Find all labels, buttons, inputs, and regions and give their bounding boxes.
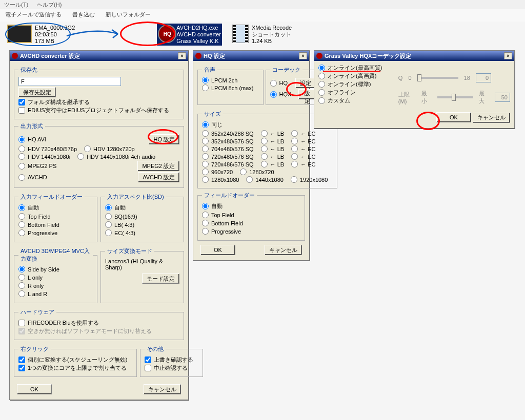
radio-size-3-lb[interactable]: ← LB [261, 145, 285, 152]
file-app[interactable]: HQ AVCHD2HQ.exe AVCHD converter Grass Va… [157, 24, 222, 46]
radio-fo2-bottom[interactable]: Bottom Field [202, 220, 251, 226]
radio-fo2-top[interactable]: Top Field [202, 212, 251, 218]
resize-label: Lanczos3 (Hi-Quality & Sharp) [105, 258, 179, 270]
q-slider[interactable] [417, 77, 458, 79]
dlg1-titlebar[interactable]: AVCHD converter 設定 × [10, 51, 188, 61]
hq-settings-button[interactable]: HQ 設定 [149, 134, 179, 144]
radio-fo2-auto[interactable]: 自動 [202, 202, 251, 210]
radio-hdv-sd[interactable]: HDV 720x480/576p [18, 145, 77, 152]
file-shortcut[interactable]: XMedia Recode ショートカット 1.24 KB [231, 24, 293, 46]
radio-fo-prog[interactable]: Progressive [18, 229, 56, 236]
radio-hdv-1080-4ch[interactable]: HDV 1440x1080i 4ch audio [77, 153, 155, 160]
radio-size-2-lb[interactable]: ← LB [261, 138, 285, 144]
radio-mode-best[interactable]: オンライン(最高画質) [318, 64, 382, 72]
inherit-folder-check[interactable]: フォルダ構成を継承する [18, 98, 90, 106]
radio-size-8[interactable]: 1280x1080 [202, 176, 239, 183]
limit-max: 最大 [479, 90, 489, 105]
mpeg2-settings-button[interactable]: MPEG2 設定 [137, 161, 179, 171]
dlg3-ok-button[interactable]: OK [436, 112, 471, 122]
limit-slider[interactable] [437, 96, 474, 98]
dlg1-ok-button[interactable]: OK [17, 384, 52, 394]
dlg3-titlebar[interactable]: Grass Valley HQXコーデック設定 × [314, 51, 514, 61]
q-value-field [476, 73, 491, 82]
q-label: Q [398, 75, 403, 81]
radio-mvc-ronly[interactable]: R only [18, 282, 56, 289]
dlg3-close-button[interactable]: × [504, 52, 512, 59]
resize-mode-button[interactable]: モード設定 [142, 274, 179, 284]
edius-check[interactable]: EDIUS実行中はEDIUSプロジェクトフォルダへ保存する [18, 107, 169, 114]
radio-hq-avi[interactable]: HQ AVI [18, 136, 46, 143]
menu-tools[interactable]: ツール(T) [4, 2, 28, 8]
radio-fo2-prog[interactable]: Progressive [202, 228, 251, 235]
dlg2-ok-button[interactable]: OK [200, 245, 235, 255]
radio-fo-top[interactable]: Top Field [18, 213, 56, 220]
radio-avchd[interactable]: AVCHD [18, 174, 47, 181]
dlg2-titlebar[interactable]: HQ 設定 × [193, 51, 309, 61]
radio-size-1-ec[interactable]: ← EC [291, 130, 315, 137]
radio-mvc-sbs[interactable]: Side by Side [18, 266, 56, 272]
radio-mode-offline[interactable]: オフライン [318, 89, 356, 96]
radio-asp-sq[interactable]: SQ(16:9) [105, 213, 143, 220]
radio-asp-lb[interactable]: LB( 4:3) [105, 221, 143, 228]
group-output: 出力形式 HQ AVI HQ 設定 HDV 720x480/576p HDV 1… [14, 122, 184, 188]
radio-size-5-ec[interactable]: ← EC [291, 161, 315, 167]
radio-size-4-ec[interactable]: ← EC [291, 153, 315, 160]
radio-size-1-lb[interactable]: ← LB [261, 130, 285, 137]
file-video-duration: 02:03:50 [35, 31, 75, 38]
dlg1-cancel-button[interactable]: キャンセル [144, 384, 181, 394]
radio-codec-hq[interactable]: HQ [270, 80, 288, 87]
toolbar-send-mail[interactable]: 電子メールで送信する [5, 11, 62, 17]
radio-mvc-lr[interactable]: L and R [18, 290, 56, 297]
save-path-input[interactable] [18, 77, 121, 86]
radio-hdv-720[interactable]: HDV 1280x720p [84, 145, 135, 152]
radio-size-2[interactable]: 352x480/576 SQ [202, 138, 254, 144]
radio-size-5-lb[interactable]: ← LB [261, 161, 285, 167]
radio-mode-std[interactable]: オンライン(標準) [318, 80, 371, 88]
save-path-button[interactable]: 保存先設定 [18, 87, 56, 97]
dlg1-close-button[interactable]: × [178, 52, 186, 59]
radio-mvc-lonly[interactable]: L only [18, 274, 56, 281]
radio-size-3[interactable]: 704x480/576 SQ [202, 145, 254, 152]
toolbar-new-folder[interactable]: 新しいフォルダー [106, 11, 151, 17]
hq-app-icon: HQ [158, 25, 176, 43]
radio-lpcm2[interactable]: LPCM 2ch [202, 77, 237, 83]
radio-mode-custom[interactable]: カスタム [318, 97, 350, 104]
avchd-settings-button[interactable]: AVCHD 設定 [138, 172, 179, 182]
individual-convert-check[interactable]: 個別に変換する(スケジューリング無効) [18, 356, 127, 364]
radio-mpeg2[interactable]: MPEG2 PS [18, 163, 56, 170]
radio-size-same[interactable]: 同じ [202, 121, 223, 129]
toolbar-write[interactable]: 書き込む [72, 11, 95, 17]
radio-fo-bottom[interactable]: Bottom Field [18, 221, 56, 228]
core-allocate-check[interactable]: 1つの変換にコアを上限まで割り当てる [18, 364, 127, 372]
radio-size-2-ec[interactable]: ← EC [291, 138, 315, 144]
radio-fo-auto[interactable]: 自動 [18, 204, 56, 212]
dlg2-cancel-button[interactable]: キャンセル [265, 245, 302, 255]
radio-size-4-lb[interactable]: ← LB [261, 153, 285, 160]
radio-asp-ec[interactable]: EC( 4:3) [105, 229, 143, 236]
legend-aspect: 入力アスペクト比(SD) [105, 193, 166, 201]
radio-size-1[interactable]: 352x240/288 SQ [202, 130, 254, 137]
radio-size-6[interactable]: 960x720 [202, 169, 233, 175]
overwrite-confirm-check[interactable]: 上書き確認する [145, 356, 193, 364]
abort-confirm-check[interactable]: 中止確認する [145, 364, 188, 372]
codec-hq-settings-button[interactable]: 設定 [295, 78, 316, 88]
radio-size-5[interactable]: 720x486/576 SQ [202, 161, 254, 167]
menu-bar: ツール(T) ヘルプ(H) [0, 0, 525, 9]
radio-codec-hqx[interactable]: HQX [270, 91, 292, 98]
file-video[interactable]: EMA_0000.3G2 02:03:50 173 MB [6, 24, 76, 46]
radio-mode-high[interactable]: オンライン(高画質) [318, 72, 376, 80]
dlg2-close-button[interactable]: × [299, 52, 307, 59]
legend-hardware: ハードウェア [18, 308, 56, 316]
radio-size-10[interactable]: 1920x1080 [291, 176, 328, 183]
radio-size-7[interactable]: 1280x720 [240, 169, 274, 175]
radio-asp-auto[interactable]: 自動 [105, 204, 143, 212]
radio-size-9[interactable]: 1440x1080 [246, 176, 283, 183]
q-max: 18 [464, 75, 470, 81]
menu-help[interactable]: ヘルプ(H) [37, 2, 62, 8]
radio-hdv-1080[interactable]: HDV 1440x1080i [18, 153, 70, 160]
radio-size-4[interactable]: 720x480/576 SQ [202, 153, 254, 160]
radio-size-3-ec[interactable]: ← EC [291, 145, 315, 152]
dlg3-cancel-button[interactable]: キャンセル [473, 113, 510, 123]
firecoder-check[interactable]: FIRECODER Bluを使用する [18, 319, 99, 327]
radio-lpcm8[interactable]: LPCM 8ch (max) [202, 85, 254, 91]
